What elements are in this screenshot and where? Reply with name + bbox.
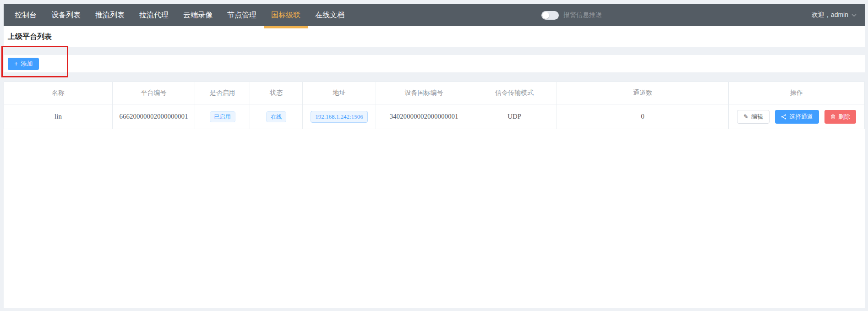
- edit-button[interactable]: ✎ 编辑: [737, 110, 770, 124]
- cell-channels: 0: [557, 104, 729, 129]
- chevron-down-icon: [852, 14, 857, 17]
- select-channel-label: 选择通道: [789, 113, 813, 121]
- cell-transport: UDP: [472, 104, 557, 129]
- col-header-channels: 通道数: [557, 82, 729, 104]
- col-header-name: 名称: [4, 82, 113, 104]
- pencil-icon: ✎: [743, 114, 748, 120]
- trash-icon: [830, 114, 835, 120]
- enabled-tag: 已启用: [210, 111, 235, 122]
- plus-icon: +: [14, 60, 18, 67]
- toggle-knob: [542, 12, 549, 19]
- nav-tab-online-docs[interactable]: 在线文档: [308, 4, 352, 26]
- nav-tab-cloud-record[interactable]: 云端录像: [176, 4, 220, 26]
- cell-gb-id: 34020000002000000001: [376, 104, 472, 129]
- col-header-enabled: 是否启用: [195, 82, 250, 104]
- nav-tab-pull-proxy[interactable]: 拉流代理: [132, 4, 176, 26]
- toolbar: + 添加: [4, 55, 865, 72]
- delete-button[interactable]: 删除: [824, 110, 856, 124]
- platform-table-card: 名称 平台编号 是否启用 状态 地址 设备国标编号 信令传输模式 通道数 操作 …: [4, 82, 865, 308]
- delete-button-label: 删除: [838, 113, 850, 121]
- nav-tab-push-list[interactable]: 推流列表: [88, 4, 132, 26]
- user-menu[interactable]: 欢迎，admin: [812, 4, 857, 26]
- col-header-status: 状态: [250, 82, 303, 104]
- nav-tab-gb-cascade[interactable]: 国标级联: [264, 4, 308, 26]
- cell-actions: ✎ 编辑: [729, 104, 864, 129]
- table-row: lin 66620000002000000001 已启用 在线 192.168.…: [4, 104, 864, 129]
- app-page: 控制台 设备列表 推流列表 拉流代理 云端录像 节点管理 国标级联 在线文档 报…: [0, 0, 868, 311]
- select-channel-button[interactable]: 选择通道: [775, 110, 819, 124]
- col-header-actions: 操作: [729, 82, 864, 104]
- alarm-push-label: 报警信息推送: [563, 11, 602, 19]
- nav-tab-console[interactable]: 控制台: [7, 4, 44, 26]
- add-button-label: 添加: [21, 60, 33, 68]
- active-tab-underline: [264, 26, 308, 28]
- nav-tab-node-manage[interactable]: 节点管理: [220, 4, 264, 26]
- col-header-gb-id: 设备国标编号: [376, 82, 472, 104]
- alarm-push-toggle[interactable]: [541, 11, 559, 20]
- col-header-transport: 信令传输模式: [472, 82, 557, 104]
- platform-table: 名称 平台编号 是否启用 状态 地址 设备国标编号 信令传输模式 通道数 操作 …: [4, 82, 865, 129]
- col-header-platform-id: 平台编号: [113, 82, 195, 104]
- status-tag: 在线: [266, 111, 286, 122]
- add-button[interactable]: + 添加: [8, 58, 39, 70]
- alarm-push-cluster: 报警信息推送: [541, 4, 602, 26]
- cell-status: 在线: [250, 104, 303, 129]
- title-bar: 上级平台列表: [4, 26, 865, 47]
- top-navbar: 控制台 设备列表 推流列表 拉流代理 云端录像 节点管理 国标级联 在线文档 报…: [4, 4, 865, 26]
- nav-tab-device-list[interactable]: 设备列表: [44, 4, 88, 26]
- cell-name: lin: [4, 104, 113, 129]
- share-icon: [781, 114, 786, 120]
- cell-enabled: 已启用: [195, 104, 250, 129]
- welcome-text: 欢迎，admin: [812, 11, 848, 19]
- action-buttons: ✎ 编辑: [729, 110, 864, 124]
- nav-tabs: 控制台 设备列表 推流列表 拉流代理 云端录像 节点管理 国标级联 在线文档: [4, 4, 352, 26]
- cell-platform-id: 66620000002000000001: [113, 104, 195, 129]
- address-tag[interactable]: 192.168.1.242:1506: [311, 111, 367, 123]
- page-title: 上级平台列表: [8, 32, 52, 42]
- edit-button-label: 编辑: [751, 113, 763, 121]
- col-header-address: 地址: [303, 82, 376, 104]
- table-header-row: 名称 平台编号 是否启用 状态 地址 设备国标编号 信令传输模式 通道数 操作: [4, 82, 864, 104]
- cell-address: 192.168.1.242:1506: [303, 104, 376, 129]
